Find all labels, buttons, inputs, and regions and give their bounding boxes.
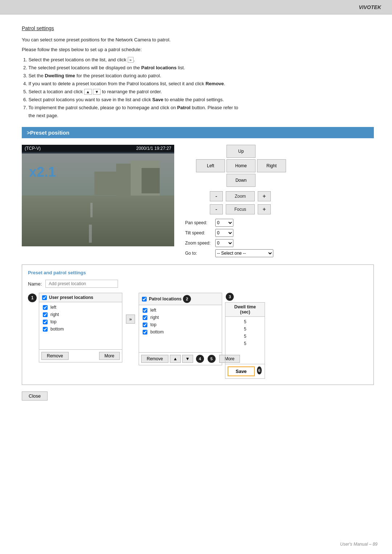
user-preset-items: left right top bottom bbox=[39, 302, 122, 349]
patrol-up-button[interactable]: ▲ bbox=[170, 355, 181, 363]
patrol-list: Patrol locations 2 left right bbox=[139, 293, 222, 365]
road-marking-2 bbox=[89, 225, 92, 243]
ptz-focus-plus[interactable]: + bbox=[258, 204, 271, 214]
list-item: right bbox=[39, 311, 122, 318]
tilt-speed-label: Tilt speed: bbox=[185, 230, 212, 235]
patrol-right-checkbox[interactable] bbox=[143, 315, 147, 320]
close-button[interactable]: Close bbox=[22, 391, 48, 401]
patrol-top-label: top bbox=[150, 322, 156, 327]
camera-inner: x2.1 bbox=[22, 153, 174, 246]
patrol-badge-5: 5 bbox=[206, 355, 216, 363]
tilt-speed-row: Tilt speed: 012345 bbox=[185, 229, 374, 237]
building-3 bbox=[142, 168, 160, 193]
zoom-speed-label: Zoom speed: bbox=[185, 241, 212, 246]
badge-4: 4 bbox=[196, 355, 204, 363]
dwell-item: 5 bbox=[225, 318, 265, 325]
ptz-directions: Up Left Home Right Down bbox=[196, 145, 374, 187]
name-row: Name: bbox=[28, 280, 368, 288]
patrol-down-button[interactable]: ▼ bbox=[182, 355, 193, 363]
road-marking-1 bbox=[90, 203, 93, 217]
list-item: top bbox=[39, 318, 122, 325]
ptz-empty-1 bbox=[196, 145, 225, 158]
intro-line2: Please follow the steps below to set up … bbox=[22, 46, 374, 54]
patrol-section-wrapper: Patrol locations 2 left right bbox=[139, 293, 265, 379]
item-bottom-checkbox[interactable] bbox=[43, 327, 48, 332]
step-5: 5. Select a location and click ▲ ▼ to re… bbox=[22, 88, 374, 96]
ptz-empty-2 bbox=[257, 145, 286, 158]
zoom-speed-select[interactable]: 012345 bbox=[215, 239, 233, 247]
ptz-up-button[interactable]: Up bbox=[226, 145, 256, 158]
user-preset-buttons: Remove More bbox=[39, 349, 122, 362]
ptz-focus-label: Focus bbox=[226, 204, 255, 214]
patrol-section: Patrol locations 2 left right bbox=[139, 293, 265, 379]
tilt-speed-select[interactable]: 012345 bbox=[215, 229, 233, 237]
badge-3: 3 bbox=[226, 293, 234, 301]
intro-line1: You can select some preset positions for… bbox=[22, 36, 374, 44]
ptz-focus-minus[interactable]: - bbox=[210, 204, 223, 214]
patrol-bottom-checkbox[interactable] bbox=[143, 330, 147, 335]
item-right-checkbox[interactable] bbox=[43, 312, 48, 317]
steps-list: 1. Select the preset locations on the li… bbox=[22, 56, 374, 120]
ptz-panel: Up Left Home Right Down - Zoom + bbox=[181, 145, 374, 257]
close-row: Close bbox=[22, 391, 374, 401]
step-2: 2. The selected preset locations will be… bbox=[22, 64, 374, 72]
dwell-buttons: Save 6 bbox=[225, 364, 265, 378]
badge-6: 6 bbox=[257, 366, 262, 374]
lists-area: 1 User preset locations left bbox=[28, 293, 368, 379]
ptz-empty-4 bbox=[257, 174, 286, 187]
patrol-remove-button[interactable]: Remove bbox=[141, 355, 168, 363]
patrol-items: left right top bbox=[139, 305, 222, 352]
ptz-left-button[interactable]: Left bbox=[196, 159, 225, 172]
goto-label: Go to: bbox=[185, 251, 212, 256]
name-label: Name: bbox=[28, 281, 42, 287]
patrol-settings-title: Patrol settings bbox=[22, 25, 374, 31]
camera-feed: (TCP-V) 2000/1/1 19:27:27 x2.1 bbox=[22, 145, 174, 246]
ptz-empty-3 bbox=[196, 174, 225, 187]
goto-row: Go to: -- Select one -- bbox=[185, 249, 374, 257]
dwell-section: Dwell time(sec) 5 5 5 5 Save 6 bbox=[225, 302, 265, 379]
goto-select[interactable]: -- Select one -- bbox=[215, 249, 273, 257]
patrol-left-checkbox[interactable] bbox=[143, 308, 147, 313]
step-1: 1. Select the preset locations on the li… bbox=[22, 56, 374, 64]
item-top-checkbox[interactable] bbox=[43, 320, 48, 324]
pan-speed-row: Pan speed: 012345 bbox=[185, 219, 374, 227]
item-top-label: top bbox=[50, 319, 57, 324]
ptz-zoom-plus[interactable]: + bbox=[258, 191, 271, 201]
patrol-checkbox[interactable] bbox=[142, 297, 147, 301]
user-preset-title: User preset locations bbox=[49, 295, 93, 300]
step-6: 6. Select patrol locations you want to s… bbox=[22, 96, 374, 104]
panel-title: Preset and patrol settings bbox=[28, 270, 368, 275]
patrol-top-checkbox[interactable] bbox=[143, 323, 147, 327]
transfer-button[interactable]: » bbox=[126, 315, 135, 324]
dwell-badge-row: 3 bbox=[222, 293, 234, 302]
dwell-item: 5 bbox=[225, 333, 265, 340]
patrol-buttons: Remove ▲ ▼ 4 5 More bbox=[139, 352, 222, 365]
item-left-checkbox[interactable] bbox=[43, 305, 48, 310]
user-more-button[interactable]: More bbox=[99, 352, 120, 360]
user-preset-list: User preset locations left right bbox=[39, 293, 122, 362]
pan-speed-select[interactable]: 012345 bbox=[215, 219, 233, 227]
preset-patrol-panel: Preset and patrol settings Name: 1 User … bbox=[22, 264, 374, 385]
user-preset-header: User preset locations bbox=[39, 293, 122, 302]
camera-controls-row: (TCP-V) 2000/1/1 19:27:27 x2.1 bbox=[22, 145, 374, 257]
ptz-home-button[interactable]: Home bbox=[226, 159, 256, 172]
item-bottom-label: bottom bbox=[50, 327, 64, 332]
ptz-zoom-minus[interactable]: - bbox=[210, 191, 223, 201]
name-input[interactable] bbox=[45, 280, 118, 288]
ptz-down-button[interactable]: Down bbox=[226, 174, 256, 187]
brand-label: VIVOTEK bbox=[359, 4, 381, 10]
save-button[interactable]: Save bbox=[228, 366, 254, 376]
camera-timestamp: 2000/1/1 19:27:27 bbox=[136, 146, 171, 151]
camera-zoom-label: x2.1 bbox=[29, 164, 56, 180]
list-item: right bbox=[139, 314, 222, 321]
user-remove-button[interactable]: Remove bbox=[41, 352, 69, 360]
camera-road bbox=[22, 196, 174, 247]
camera-top-bar: (TCP-V) 2000/1/1 19:27:27 bbox=[22, 145, 174, 152]
user-preset-checkbox[interactable] bbox=[42, 295, 47, 300]
ptz-right-button[interactable]: Right bbox=[257, 159, 286, 172]
patrol-bottom-label: bottom bbox=[150, 329, 164, 335]
zoom-speed-row: Zoom speed: 012345 bbox=[185, 239, 374, 247]
step-7: 7. To implement the patrol schedule, ple… bbox=[22, 104, 374, 120]
patrol-list-header: Patrol locations 2 bbox=[139, 293, 222, 305]
camera-protocol: (TCP-V) bbox=[25, 146, 41, 151]
